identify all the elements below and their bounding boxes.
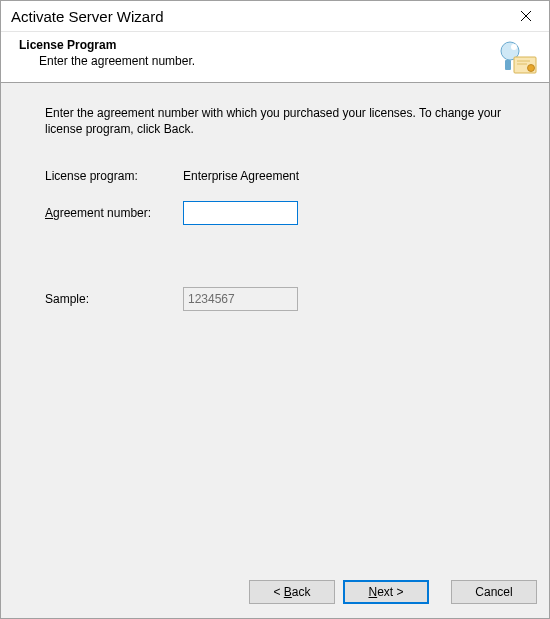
titlebar: Activate Server Wizard: [1, 1, 549, 32]
sample-input: [183, 287, 298, 311]
back-button[interactable]: < Back: [249, 580, 335, 604]
wizard-footer: < Back Next > Cancel: [1, 570, 549, 618]
wizard-content: Enter the agreement number with which yo…: [1, 83, 549, 570]
header-title: License Program: [19, 38, 497, 52]
wizard-window: Activate Server Wizard License Program E…: [0, 0, 550, 619]
next-button[interactable]: Next >: [343, 580, 429, 604]
svg-point-6: [528, 65, 535, 72]
license-icon: [497, 40, 537, 74]
license-program-label: License program:: [45, 169, 183, 183]
agreement-number-label: Agreement number:: [45, 206, 183, 220]
window-title: Activate Server Wizard: [1, 8, 503, 25]
agreement-number-row: Agreement number:: [45, 201, 517, 225]
sample-label: Sample:: [45, 292, 183, 306]
cancel-button[interactable]: Cancel: [451, 580, 537, 604]
instruction-text: Enter the agreement number with which yo…: [45, 105, 515, 137]
svg-rect-4: [505, 60, 511, 70]
license-program-value: Enterprise Agreement: [183, 169, 299, 183]
header-subtitle: Enter the agreement number.: [19, 54, 497, 68]
close-icon: [521, 11, 531, 21]
svg-point-3: [511, 44, 517, 50]
header-text: License Program Enter the agreement numb…: [19, 38, 497, 68]
agreement-number-input[interactable]: [183, 201, 298, 225]
wizard-header: License Program Enter the agreement numb…: [1, 32, 549, 83]
close-button[interactable]: [503, 1, 549, 32]
sample-row: Sample:: [45, 287, 517, 311]
license-program-row: License program: Enterprise Agreement: [45, 165, 517, 187]
